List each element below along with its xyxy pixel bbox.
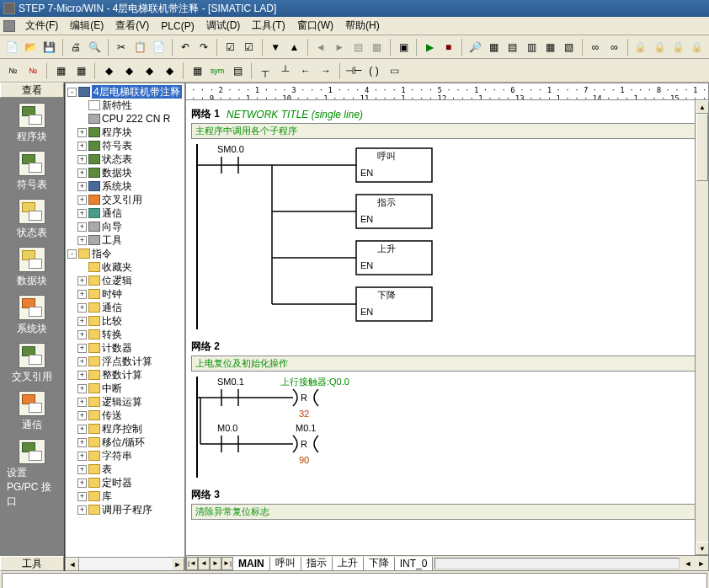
nav-item-6[interactable]: 通信 <box>7 386 57 434</box>
tree-row[interactable]: +中断 <box>67 382 183 395</box>
new-icon[interactable]: 📄 <box>3 38 20 56</box>
tree-expand-icon[interactable]: + <box>77 371 87 380</box>
tree-row[interactable]: +计数器 <box>67 341 183 355</box>
tree-row[interactable]: +逻辑运算 <box>67 395 183 409</box>
lock4-icon[interactable]: 🔒 <box>689 38 706 56</box>
func2-icon[interactable]: ▦ <box>72 61 90 80</box>
scroll-thumb[interactable] <box>696 114 708 181</box>
nav-item-3[interactable]: 数据块 <box>7 242 57 290</box>
tree-row[interactable]: +程序控制 <box>67 422 183 436</box>
tree-expand-icon[interactable]: + <box>77 317 87 326</box>
network-2-rung[interactable]: SM0.1 上行接触器:Q0.0 R 32 M0.0 M0.1 R 90 <box>196 377 700 478</box>
tree-row[interactable]: +转换 <box>67 328 183 341</box>
tree-expand-icon[interactable]: + <box>77 195 87 205</box>
tree-row[interactable]: +数据块 <box>67 166 183 179</box>
tree-expand-icon[interactable]: + <box>77 330 87 339</box>
chart4-icon[interactable]: ▧ <box>561 38 578 56</box>
tree-row[interactable]: -指令 <box>67 247 183 260</box>
tree-expand-icon[interactable]: + <box>77 438 87 447</box>
tab-指示[interactable]: 指示 <box>301 557 333 570</box>
nav-item-7[interactable]: 设置 PG/PC 接口 <box>7 434 57 510</box>
tree-expand-icon[interactable]: + <box>77 492 87 501</box>
tree-row[interactable]: +字符串 <box>67 449 183 462</box>
scroll-down-icon[interactable]: ▼ <box>696 542 709 555</box>
menu-file[interactable]: 文件(F) <box>20 17 63 35</box>
nav-next-icon[interactable]: ► <box>331 38 348 56</box>
tree-expand-icon[interactable]: + <box>77 411 87 420</box>
nav-header[interactable]: 查看 <box>0 83 64 98</box>
tree-row[interactable]: +位逻辑 <box>67 274 183 287</box>
copy-icon[interactable]: 📋 <box>131 38 148 56</box>
lock2-icon[interactable]: 🔒 <box>651 38 668 56</box>
help-icon[interactable]: ▣ <box>395 38 412 56</box>
tree-row[interactable]: +程序块 <box>67 126 183 139</box>
tree-row[interactable]: +比较 <box>67 314 183 328</box>
menu-plc[interactable]: PLC(P) <box>156 19 199 34</box>
chart2-icon[interactable]: ▥ <box>523 38 540 56</box>
tab-first-icon[interactable]: |◄ <box>186 557 198 570</box>
tree-row[interactable]: +移位/循环 <box>67 436 183 449</box>
network-1-rung[interactable]: SM0.0 呼叫 EN 指示 EN <box>196 144 700 329</box>
tree-expand-icon[interactable]: + <box>77 168 87 178</box>
project-tree[interactable]: -4层电梯联机带注释新特性CPU 222 CN R+程序块+符号表+状态表+数据… <box>65 83 185 571</box>
menu-debug[interactable]: 调试(D) <box>201 17 246 35</box>
ladder-area[interactable]: 网络 1 NETWORK TITLE (single line) 主程序中调用各… <box>186 100 708 555</box>
tree-row[interactable]: -4层电梯联机带注释 <box>67 85 183 99</box>
tree-row[interactable]: CPU 222 CN R <box>67 112 183 126</box>
tree-row[interactable]: +状态表 <box>67 152 183 166</box>
redo-icon[interactable]: ↷ <box>195 38 212 56</box>
tab-呼叫[interactable]: 呼叫 <box>270 557 301 570</box>
tree-expand-icon[interactable]: + <box>77 398 87 407</box>
func1-icon[interactable]: ▦ <box>51 61 70 80</box>
tabs-hscroll[interactable] <box>434 558 680 569</box>
tree-row[interactable]: +符号表 <box>67 139 183 152</box>
tree-row[interactable]: +调用子程序 <box>67 503 183 516</box>
tree-row[interactable]: 收藏夹 <box>67 260 183 274</box>
print-icon[interactable]: 🖨 <box>67 38 84 56</box>
tree-expand-icon[interactable]: + <box>77 222 87 232</box>
menu-tools[interactable]: 工具(T) <box>247 17 290 35</box>
scroll-right-icon[interactable]: ► <box>171 558 184 571</box>
nav-prev-icon[interactable]: ◄ <box>312 38 329 56</box>
tree-row[interactable]: +通信 <box>67 301 183 314</box>
tree-row[interactable]: +系统块 <box>67 179 183 193</box>
menu-help[interactable]: 帮助(H) <box>340 17 385 35</box>
tree-expand-icon[interactable]: + <box>77 303 87 313</box>
link-icon[interactable]: ∞ <box>605 38 622 56</box>
menu-window[interactable]: 窗口(W) <box>292 17 339 35</box>
nav-item-1[interactable]: 符号表 <box>7 146 57 194</box>
tree-expand-icon[interactable]: + <box>77 290 87 299</box>
tree-expand-icon[interactable]: + <box>77 478 87 488</box>
tabs-hscroll-right[interactable]: ► <box>695 558 708 569</box>
tab-下降[interactable]: 下降 <box>364 557 395 570</box>
lock3-icon[interactable]: 🔒 <box>669 38 686 56</box>
open-icon[interactable]: 📂 <box>22 38 39 56</box>
monitor-icon[interactable]: 🔎 <box>466 38 483 56</box>
branch-down-icon[interactable]: ┬ <box>256 61 275 80</box>
toggle3-icon[interactable]: ▤ <box>228 61 247 80</box>
toggle2-icon[interactable]: sym <box>208 61 227 80</box>
editor-vscroll[interactable]: ▲ ▼ <box>695 100 708 555</box>
nw1-desc[interactable]: 主程序中调用各个子程序 <box>191 123 700 139</box>
bookmark4-icon[interactable]: ◆ <box>160 61 179 80</box>
tree-expand-icon[interactable]: + <box>77 425 87 434</box>
bookmark3-icon[interactable]: ◆ <box>140 61 158 80</box>
upload-icon[interactable]: ▲ <box>285 38 302 56</box>
tab-上升[interactable]: 上升 <box>333 557 364 570</box>
download-icon[interactable]: ▼ <box>267 38 284 56</box>
compile-icon[interactable]: ☑ <box>221 38 238 56</box>
tree-expand-icon[interactable]: + <box>77 142 87 151</box>
tab-next-icon[interactable]: ► <box>210 557 221 570</box>
nw3-desc[interactable]: 清除异常复位标志 <box>191 504 700 520</box>
tree-hscroll[interactable]: ◄ ► <box>66 557 184 570</box>
tree-expand-icon[interactable]: + <box>77 344 87 353</box>
tree-row[interactable]: +交叉引用 <box>67 193 183 206</box>
tree-row[interactable]: +向导 <box>67 220 183 233</box>
status-icon[interactable]: ▦ <box>485 38 502 56</box>
tree-expand-icon[interactable]: + <box>77 276 87 286</box>
tree-row[interactable]: 新特性 <box>67 99 183 112</box>
box-icon[interactable]: ▭ <box>385 61 403 80</box>
stop-icon[interactable]: ■ <box>440 38 457 56</box>
tab-last-icon[interactable]: ►| <box>221 557 233 570</box>
tree-expand-icon[interactable]: - <box>67 249 77 259</box>
